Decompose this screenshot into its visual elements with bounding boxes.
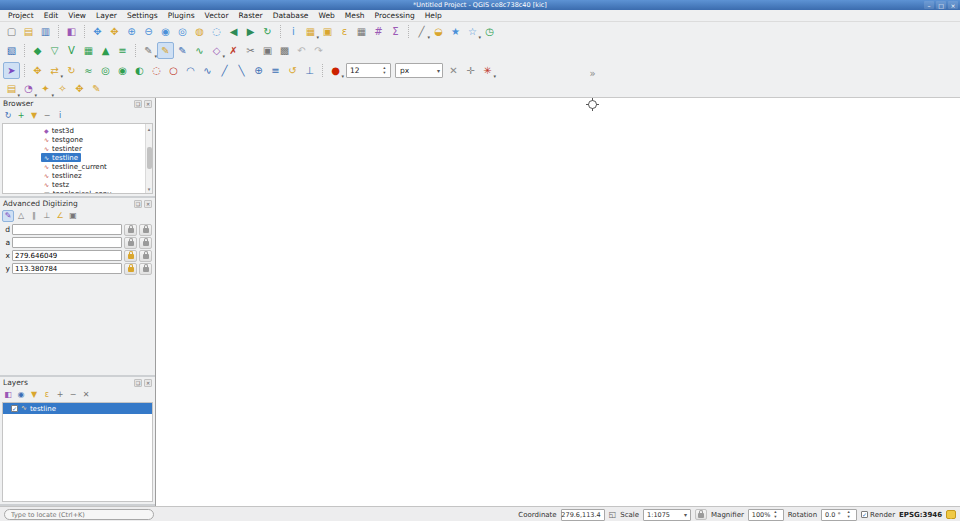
reshape-features-button[interactable]: ∿ [199,62,216,79]
cad-d-input[interactable] [12,224,122,235]
identify-features-button[interactable]: i [285,23,302,40]
spinner-arrows-icon[interactable] [771,510,780,519]
delete-part-button[interactable]: ○ [165,62,182,79]
paste-features-button[interactable]: ▩ [276,42,293,59]
menu-plugins[interactable]: Plugins [163,10,200,21]
layer-item-testline[interactable]: ✓ ∿ testline [3,403,152,414]
coordinate-display[interactable]: 279.6,113.4 [561,509,605,521]
layers-panel-header[interactable]: Layers [0,377,155,388]
cad-a-repeating-lock-button[interactable] [139,237,152,249]
rotation-spinbox[interactable]: 0.0 ° [821,509,857,521]
magnifier-spinbox[interactable]: 100% [748,509,784,521]
zoom-next-button[interactable]: ▶ [242,23,259,40]
scroll-down-icon[interactable] [148,184,151,193]
render-checkbox[interactable]: ✓ [861,511,868,518]
tolerance-units-combo[interactable]: px [395,63,443,78]
style-manager-button[interactable]: ◧ [63,23,80,40]
rotate-feature-button[interactable]: ↻ [63,62,80,79]
new-shapefile-layer-button[interactable]: ▽ [46,42,63,59]
merge-features-button[interactable]: ⊕ [250,62,267,79]
toolbar-overflow-button[interactable]: » [584,65,601,82]
advanced-digitizing-float-icon[interactable] [134,200,142,208]
scroll-up-icon[interactable] [148,124,151,133]
menu-web[interactable]: Web [313,10,339,21]
zoom-in-button[interactable]: ⊕ [123,23,140,40]
zoom-native-button[interactable]: ◉ [157,23,174,40]
open-project-button[interactable]: ▤ [20,23,37,40]
expand-all-button[interactable]: + [54,389,66,401]
move-feature-button[interactable]: ✥ [29,62,46,79]
cad-parallel-button[interactable]: ∥ [28,210,40,222]
cad-a-lock-button[interactable] [124,237,137,249]
vertex-tool-button[interactable]: ◇ [208,42,225,59]
cad-x-repeating-lock-button[interactable] [139,250,152,262]
layers-close-icon[interactable] [144,379,152,387]
scale-combo[interactable]: 1:1075 [643,509,691,521]
advanced-digitizing-close-icon[interactable] [144,200,152,208]
cad-construction-mode-button[interactable]: △ [15,210,27,222]
menu-mesh[interactable]: Mesh [340,10,370,21]
cad-y-input[interactable] [12,263,122,274]
menu-raster[interactable]: Raster [233,10,267,21]
split-parts-button[interactable]: ╲ [233,62,250,79]
statistical-summary-button[interactable]: Σ [387,23,404,40]
lock-scale-button[interactable] [695,509,707,520]
layer-labeling-options-button[interactable]: ▤ [3,81,20,98]
toggle-extents-display-icon[interactable]: ◱ [609,511,617,519]
messages-icon[interactable] [946,510,956,519]
zoom-out-button[interactable]: ⊖ [140,23,157,40]
move-label-button[interactable]: ✥ [71,81,88,98]
cut-features-button[interactable]: ✂ [242,42,259,59]
refresh-map-button[interactable]: ↻ [259,23,276,40]
browser-item-testinter[interactable]: ∿testinter [3,144,152,153]
menu-help[interactable]: Help [420,10,447,21]
menu-settings[interactable]: Settings [122,10,163,21]
field-calculator-button[interactable]: # [370,23,387,40]
layer-diagram-options-button[interactable]: ◔ [20,81,37,98]
browser-refresh-button[interactable]: ↻ [2,110,14,122]
cad-x-input[interactable] [12,250,122,261]
fill-ring-button[interactable]: ◐ [131,62,148,79]
copy-move-feature-button[interactable]: ⇄ [46,62,63,79]
browser-item-topological_copy[interactable]: ▦topological_copy [3,189,152,194]
menu-vector[interactable]: Vector [200,10,234,21]
browser-scrollbar[interactable] [145,124,152,193]
split-features-button[interactable]: ╱ [216,62,233,79]
open-layer-styling-button[interactable]: ◧ [2,389,14,401]
undo-button[interactable]: ↶ [293,42,310,59]
show-bookmarks-button[interactable]: ☆ [464,23,481,40]
highlight-pinned-labels-button[interactable]: ✧ [54,81,71,98]
cad-a-input[interactable] [12,237,122,248]
redo-button[interactable]: ↷ [310,42,327,59]
select-features-button[interactable]: ▦ [302,23,319,40]
locate-search-input[interactable] [4,509,154,520]
add-mesh-layer-button[interactable]: ▲ [97,42,114,59]
copy-features-button[interactable]: ▣ [259,42,276,59]
menu-edit[interactable]: Edit [39,10,64,21]
select-by-expression-button[interactable]: ε [336,23,353,40]
simplify-feature-button[interactable]: ≈ [80,62,97,79]
stream-digitizing-button[interactable]: ● [327,62,344,79]
browser-float-icon[interactable] [134,100,142,108]
delete-ring-button[interactable]: ◌ [148,62,165,79]
merge-attributes-button[interactable]: ≡ [267,62,284,79]
spinner-arrows-icon[interactable] [844,510,853,519]
change-label-button[interactable]: ✎ [88,81,105,98]
browser-item-testline_current[interactable]: ∿testline_current [3,162,152,171]
current-edits-button[interactable]: ✎ [140,42,157,59]
manage-map-themes-button[interactable]: ◉ [15,389,27,401]
add-raster-layer-button[interactable]: ▦ [80,42,97,59]
stream-tolerance-spinbox[interactable]: 12 [346,63,391,78]
temporal-controller-button[interactable]: ◷ [481,23,498,40]
layer-visibility-checkbox[interactable]: ✓ [11,405,18,412]
cad-y-lock-button[interactable] [124,263,137,275]
maximize-button[interactable]: □ [936,1,946,9]
snapping-options-button[interactable]: ✳ [479,62,496,79]
new-geopackage-layer-button[interactable]: ◆ [29,42,46,59]
zoom-last-button[interactable]: ◀ [225,23,242,40]
pan-map-button[interactable]: ✥ [89,23,106,40]
browser-item-testgone[interactable]: ∿testgone [3,135,152,144]
delete-selected-button[interactable]: ✗ [225,42,242,59]
browser-collapse-all-button[interactable]: − [41,110,53,122]
zoom-to-selection-button[interactable]: ◍ [191,23,208,40]
